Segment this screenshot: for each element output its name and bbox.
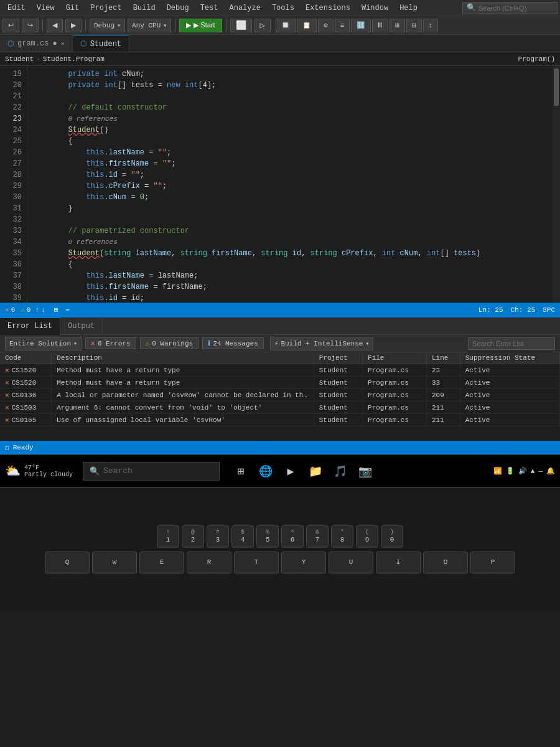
build-intellisense-dropdown[interactable]: ⚡ Build + IntelliSense xyxy=(270,337,374,350)
menu-item-debug[interactable]: Debug xyxy=(162,2,194,14)
key-p[interactable]: P xyxy=(470,552,515,574)
taskbar-icon-media[interactable]: 🎵 xyxy=(329,460,352,482)
menu-item-edit[interactable]: Edit xyxy=(2,2,30,14)
key-i[interactable]: I xyxy=(376,552,421,574)
key-6[interactable]: ^6 xyxy=(281,525,304,548)
tab-gramcs-label: ⬡ xyxy=(7,39,14,49)
error-table-row[interactable]: ✕CS1520 Method must have a return type S… xyxy=(0,364,560,377)
taskbar-minus-icon[interactable]: — xyxy=(538,467,543,475)
taskbar-system: 📶 🔋 🔊 ▲ — 🔔 xyxy=(493,467,555,475)
taskbar-icon-apps[interactable]: ⊞ xyxy=(230,460,252,482)
breadcrumb-item-program[interactable]: Student.Program xyxy=(43,55,105,63)
key-u[interactable]: U xyxy=(329,552,373,574)
toolbar-redo-btn[interactable]: ↪ xyxy=(22,19,39,32)
toolbar-icon7[interactable]: 🔢 xyxy=(351,19,371,32)
menu-search-input[interactable] xyxy=(478,4,553,12)
key-5[interactable]: %5 xyxy=(256,525,279,548)
key-w[interactable]: W xyxy=(92,552,137,574)
ready-label: Ready xyxy=(13,444,34,451)
key-y[interactable]: Y xyxy=(281,552,326,574)
toolbar-back-btn[interactable]: ◀ xyxy=(47,19,63,32)
error-status-count: 6 xyxy=(11,306,16,314)
key-0[interactable]: )0 xyxy=(381,525,403,548)
key-1[interactable]: !1 xyxy=(157,525,179,548)
tab-student[interactable]: ⬡ Student xyxy=(73,35,129,52)
code-area[interactable]: private int cNum; private int[] tests = … xyxy=(27,66,553,303)
toolbar-icon1[interactable]: ⬜ xyxy=(230,19,252,32)
key-4[interactable]: $4 xyxy=(231,525,254,548)
toolbar-icon4[interactable]: 📋 xyxy=(297,19,317,32)
key-q[interactable]: Q xyxy=(45,552,90,574)
toolbar-icon6[interactable]: ≡ xyxy=(335,19,350,32)
toolbar-icon9[interactable]: ⊞ xyxy=(390,19,405,32)
toolbar-icon5[interactable]: ⚙ xyxy=(318,19,334,32)
filter-errors-btn[interactable]: ✕ 6 Errors xyxy=(85,337,136,349)
cpu-dropdown[interactable]: Any CPU xyxy=(128,19,171,32)
tab-gramcs-close[interactable]: ✕ xyxy=(61,40,65,47)
error-table-row[interactable]: ✕CS0165 Use of unassigned local variable… xyxy=(0,414,560,426)
key-t[interactable]: T xyxy=(234,552,279,574)
menu-item-git[interactable]: Git xyxy=(61,2,85,14)
key-3[interactable]: #3 xyxy=(207,525,229,548)
error-table-row[interactable]: ✕CS1503 Argument 6: cannot convert from … xyxy=(0,402,560,414)
toolbar-icon8[interactable]: Ⅲ xyxy=(372,19,388,32)
menu-item-analyze[interactable]: Analyze xyxy=(225,2,266,14)
menu-item-window[interactable]: Window xyxy=(357,2,393,14)
key-r[interactable]: R xyxy=(187,552,231,574)
error-table-row[interactable]: ✕CS1520 Method must have a return type S… xyxy=(0,377,560,389)
taskbar-icon-terminal[interactable]: ▶ xyxy=(279,460,302,482)
taskbar-icon-explorer[interactable]: 📁 xyxy=(304,460,327,482)
menu-item-test[interactable]: Test xyxy=(195,2,223,14)
error-row-project: Student xyxy=(314,377,362,389)
taskbar-icon-camera[interactable]: 📷 xyxy=(354,460,376,482)
editor-status-bar: ✕ 6 ⚠ 0 ↑ ↓ ⊞ ⋯ Ln: 25 Ch: 25 SPC xyxy=(0,303,560,316)
error-row-file: Program.cs xyxy=(363,377,427,389)
menu-item-help[interactable]: Help xyxy=(394,2,422,14)
breadcrumb-item-method[interactable]: Program() xyxy=(518,55,555,63)
col-file: File xyxy=(363,352,427,364)
scope-dropdown[interactable]: Entire Solution xyxy=(5,337,82,350)
scrollbar-v[interactable] xyxy=(553,66,560,303)
menu-item-view[interactable]: View xyxy=(32,2,60,14)
key-7[interactable]: &7 xyxy=(306,525,329,548)
key-e[interactable]: E xyxy=(139,552,184,574)
status-errors: ✕ 6 ⚠ 0 ↑ ↓ xyxy=(5,306,45,314)
debug-dropdown[interactable]: Debug xyxy=(90,19,125,32)
breadcrumb-item-student[interactable]: Student xyxy=(5,55,34,63)
panel-tab-errorlist[interactable]: Error List xyxy=(0,317,60,335)
toolbar-sep4 xyxy=(226,19,226,32)
panel-tab-output[interactable]: Output xyxy=(60,317,103,335)
taskbar-search-icon: 🔍 xyxy=(90,466,100,476)
toolbar-undo-btn[interactable]: ↩ xyxy=(2,19,19,32)
start-button[interactable]: ▶ ▶ Start xyxy=(179,19,222,32)
toolbar-forward-btn[interactable]: ▶ xyxy=(65,19,82,32)
msg-filter-label: 24 Messages xyxy=(213,340,258,347)
toolbar-icon10[interactable]: ⊟ xyxy=(406,19,422,32)
taskbar-search[interactable]: 🔍 Search xyxy=(83,462,220,481)
key-8[interactable]: *8 xyxy=(331,525,353,548)
key-o[interactable]: O xyxy=(423,552,468,574)
col-description: Description xyxy=(52,352,314,364)
toolbar-icon3[interactable]: 🔲 xyxy=(276,19,296,32)
filter-messages-btn[interactable]: ℹ 24 Messages xyxy=(202,337,264,349)
error-table-row[interactable]: ✕CS0136 A local or parameter named 'csvR… xyxy=(0,389,560,402)
menu-item-tools[interactable]: Tools xyxy=(267,2,299,14)
tab-gramcs[interactable]: ⬡ gram.cs ● ✕ xyxy=(0,35,73,52)
menu-item-build[interactable]: Build xyxy=(128,2,161,14)
toolbar-icon2[interactable]: ▷ xyxy=(254,19,271,32)
error-search-input[interactable] xyxy=(468,337,555,350)
key-2[interactable]: @2 xyxy=(182,525,204,548)
code-line-21 xyxy=(32,91,548,102)
taskbar-chevron-icon[interactable]: ▲ xyxy=(531,467,535,475)
filter-warnings-btn[interactable]: ⚠ 0 Warnings xyxy=(140,337,199,349)
menu-item-project[interactable]: Project xyxy=(85,2,126,14)
menu-item-extensions[interactable]: Extensions xyxy=(301,2,355,14)
taskbar-icon-browser[interactable]: 🌐 xyxy=(254,460,277,482)
toolbar-icon11[interactable]: ↕ xyxy=(423,19,439,32)
error-row-icon: ✕ xyxy=(5,404,9,411)
error-filter-icon: ✕ xyxy=(91,339,95,347)
status-right: Ln: 25 Ch: 25 SPC xyxy=(478,306,555,314)
warn-status-count: 0 xyxy=(27,306,31,314)
key-9[interactable]: (9 xyxy=(356,525,378,548)
taskbar-notification-icon[interactable]: 🔔 xyxy=(546,467,555,475)
